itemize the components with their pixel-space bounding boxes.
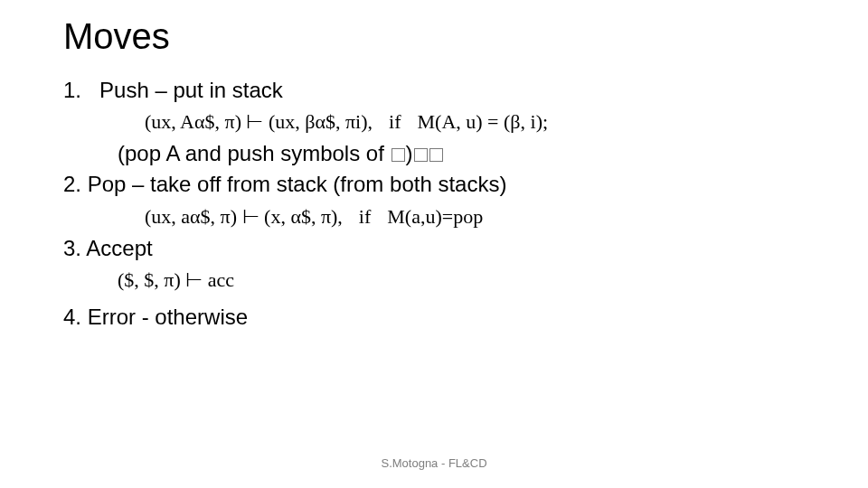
placeholder-glyph-icon — [392, 148, 405, 162]
pop-formula-row: (ux, aα$, π) ⊢ (x, α$, π), if M(a,u)=pop — [145, 203, 805, 230]
push-formula: (ux, Aα$, π) ⊢ (ux, βα$, πi), — [145, 108, 373, 136]
item-error: 4. Error - otherwise — [63, 303, 805, 332]
push-if: if — [389, 108, 401, 136]
accept-formula: ($, $, π) ⊢ acc — [118, 267, 234, 294]
push-formula-row: (ux, Aα$, π) ⊢ (ux, βα$, πi), if M(A, u)… — [145, 108, 805, 136]
pop-cond: M(a,u)=pop — [387, 203, 483, 230]
push-label: Push – put in stack — [99, 78, 283, 102]
item-accept: 3. Accept — [63, 234, 805, 263]
item-push: 1. Push – put in stack — [63, 76, 805, 105]
item-pop: 2. Pop – take off from stack (from both … — [63, 170, 805, 199]
push-cond: M(A, u) = (β, i); — [418, 108, 549, 136]
push-note-suffix: ) — [406, 141, 413, 165]
push-num: 1. — [63, 78, 81, 102]
slide-body: 1. Push – put in stack (ux, Aα$, π) ⊢ (u… — [63, 76, 805, 333]
push-note-prefix: (pop A and push symbols of — [118, 141, 391, 165]
placeholder-glyph-icon — [414, 148, 428, 162]
accept-formula-row: ($, $, π) ⊢ acc — [118, 267, 805, 294]
push-note: (pop A and push symbols of ) — [63, 139, 805, 168]
slide-title: Moves — [63, 16, 170, 57]
pop-if: if — [359, 203, 371, 230]
pop-formula: (ux, aα$, π) ⊢ (x, α$, π), — [145, 203, 343, 230]
placeholder-glyph-icon — [429, 148, 443, 162]
slide-footer: S.Motogna - FL&CD — [0, 456, 868, 470]
